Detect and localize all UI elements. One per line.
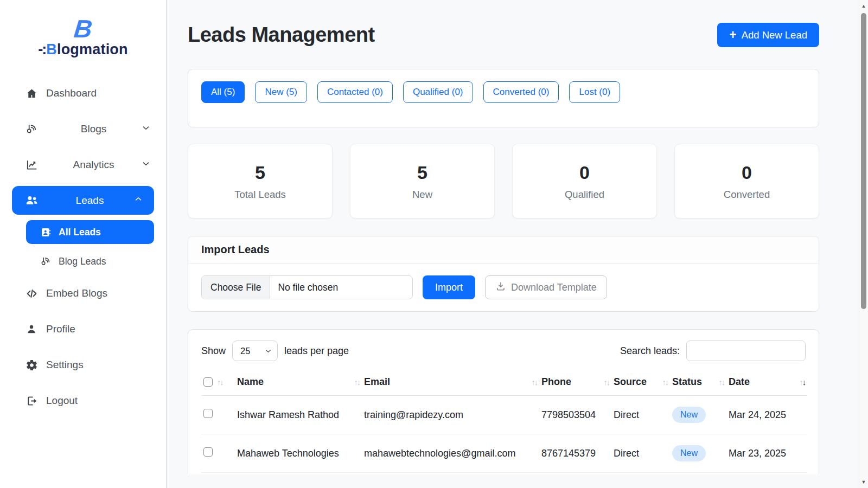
lead-source: Direct bbox=[611, 396, 670, 434]
table-header-row: ↑↓ Name↑↓ Email↑↓ Phone↑↓ Source↑↓ Statu… bbox=[201, 370, 807, 396]
sidebar-item-blog-leads[interactable]: Blog Leads bbox=[26, 249, 154, 273]
lead-date: Mar 23, 2025 bbox=[726, 434, 807, 473]
page-title: Leads Management bbox=[188, 23, 375, 47]
stat-value: 5 bbox=[417, 162, 427, 183]
filter-contacted[interactable]: Contacted (0) bbox=[317, 81, 393, 103]
sidebar-item-label: Dashboard bbox=[46, 87, 97, 99]
stat-value: 0 bbox=[579, 162, 590, 183]
sidebar: B -:Blogmation Dashboard Blogs Analytics bbox=[0, 0, 167, 488]
sort-icon[interactable]: ↑↓ bbox=[532, 378, 538, 387]
download-icon bbox=[495, 281, 506, 294]
lead-date: Mar 24, 2025 bbox=[726, 396, 807, 434]
sidebar-item-label: All Leads bbox=[59, 227, 101, 238]
column-header-source: Source bbox=[614, 376, 647, 388]
sidebar-item-label: Profile bbox=[46, 323, 75, 335]
scrollbar-up-arrow-icon[interactable]: ▲ bbox=[859, 3, 868, 9]
users-icon bbox=[24, 194, 39, 207]
stats-row: 5 Total Leads 5 New 0 Qualified 0 Conver… bbox=[188, 144, 819, 219]
sort-icon-active[interactable]: ↑↓ bbox=[800, 378, 806, 387]
sidebar-item-label: Logout bbox=[46, 395, 78, 407]
table-row-partial[interactable] bbox=[201, 473, 807, 475]
code-icon bbox=[24, 287, 39, 300]
sort-icon[interactable]: ↑↓ bbox=[662, 378, 668, 387]
blog-icon bbox=[40, 256, 52, 267]
chevron-down-icon bbox=[141, 159, 151, 171]
column-header-status: Status bbox=[672, 376, 702, 388]
scrollbar-down-arrow-icon[interactable]: ▼ bbox=[859, 479, 868, 485]
stat-label: Total Leads bbox=[234, 189, 286, 201]
scrollbar-thumb[interactable] bbox=[861, 13, 866, 309]
select-all-checkbox[interactable] bbox=[203, 377, 213, 387]
sort-icon[interactable]: ↑↓ bbox=[217, 378, 223, 387]
main-content: Leads Management + Add New Lead All (5) … bbox=[167, 0, 859, 488]
filter-lost[interactable]: Lost (0) bbox=[569, 81, 620, 103]
sidebar-item-label: Blog Leads bbox=[59, 256, 106, 267]
chart-line-icon bbox=[24, 159, 39, 171]
sidebar-nav: Dashboard Blogs Analytics Leads bbox=[0, 79, 166, 415]
table-row[interactable]: Mahaweb Technologies mahawebtechnologies… bbox=[201, 434, 807, 473]
table-row[interactable]: Ishwar Ramesh Rathod training@rapidezy.c… bbox=[201, 396, 807, 434]
sidebar-item-label: Analytics bbox=[46, 159, 141, 171]
add-new-lead-button[interactable]: + Add New Lead bbox=[717, 23, 819, 47]
sort-icon[interactable]: ↑↓ bbox=[719, 378, 725, 387]
gear-icon bbox=[24, 359, 39, 371]
sidebar-item-analytics[interactable]: Analytics bbox=[0, 150, 166, 179]
download-template-button[interactable]: Download Template bbox=[485, 275, 607, 299]
blogmation-b-icon: B bbox=[0, 16, 167, 41]
import-button[interactable]: Import bbox=[423, 275, 475, 299]
filter-all[interactable]: All (5) bbox=[201, 81, 245, 103]
stat-label: Converted bbox=[724, 189, 770, 201]
sort-icon[interactable]: ↑↓ bbox=[354, 378, 360, 387]
lead-source: Direct bbox=[611, 434, 670, 473]
stat-qualified: 0 Qualified bbox=[512, 144, 657, 219]
lead-email: mahawebtechnologies@gmail.com bbox=[362, 434, 539, 473]
plus-icon: + bbox=[729, 29, 736, 41]
lead-phone: 8767145379 bbox=[539, 434, 611, 473]
sidebar-item-logout[interactable]: Logout bbox=[0, 386, 166, 415]
page-size-select[interactable]: 25 bbox=[232, 341, 278, 361]
import-leads-title: Import Leads bbox=[188, 236, 819, 264]
stat-total-leads: 5 Total Leads bbox=[188, 144, 333, 219]
contact-card-icon bbox=[40, 227, 52, 238]
lead-name: Ishwar Ramesh Rathod bbox=[235, 396, 362, 434]
stat-label: New bbox=[412, 189, 432, 201]
sidebar-item-embed-blogs[interactable]: Embed Blogs bbox=[0, 279, 166, 308]
brand-wordmark: -:Blogmation bbox=[38, 41, 127, 57]
sidebar-item-all-leads[interactable]: All Leads bbox=[26, 220, 154, 244]
sidebar-item-dashboard[interactable]: Dashboard bbox=[0, 79, 166, 108]
sidebar-item-label: Blogs bbox=[46, 123, 141, 135]
sort-icon[interactable]: ↑↓ bbox=[604, 378, 610, 387]
filter-converted[interactable]: Converted (0) bbox=[483, 81, 559, 103]
filter-new[interactable]: New (5) bbox=[255, 81, 307, 103]
per-page-label: leads per page bbox=[284, 345, 349, 357]
filter-qualified[interactable]: Qualified (0) bbox=[403, 81, 473, 103]
status-badge: New bbox=[672, 407, 706, 423]
sidebar-item-profile[interactable]: Profile bbox=[0, 314, 166, 344]
chevron-down-icon bbox=[141, 123, 151, 136]
home-icon bbox=[24, 87, 39, 100]
file-input[interactable]: Choose File No file chosen bbox=[201, 275, 413, 299]
file-chosen-status: No file chosen bbox=[270, 276, 346, 299]
sidebar-item-label: Leads bbox=[46, 195, 133, 207]
column-header-name: Name bbox=[237, 376, 264, 388]
leads-table-card: Show 25 leads per page Search leads: bbox=[188, 329, 819, 474]
lead-email: training@rapidezy.com bbox=[362, 396, 539, 434]
row-checkbox[interactable] bbox=[203, 447, 213, 457]
row-checkbox[interactable] bbox=[203, 409, 213, 418]
sidebar-item-leads[interactable]: Leads bbox=[12, 186, 154, 215]
search-leads-label: Search leads: bbox=[620, 345, 680, 357]
leads-table: ↑↓ Name↑↓ Email↑↓ Phone↑↓ Source↑↓ Statu… bbox=[201, 370, 807, 474]
status-filter-bar: All (5) New (5) Contacted (0) Qualified … bbox=[188, 69, 819, 127]
brand-dashes-icon: -: bbox=[38, 41, 46, 57]
column-header-date: Date bbox=[729, 376, 750, 388]
sidebar-item-settings[interactable]: Settings bbox=[0, 350, 166, 380]
scrollbar[interactable]: ▲ ▼ bbox=[859, 0, 868, 488]
search-leads-input[interactable] bbox=[686, 341, 806, 361]
sidebar-item-blogs[interactable]: Blogs bbox=[0, 114, 166, 144]
stat-label: Qualified bbox=[565, 189, 604, 201]
choose-file-button[interactable]: Choose File bbox=[202, 276, 270, 299]
sidebar-item-label: Embed Blogs bbox=[46, 287, 107, 299]
user-icon bbox=[24, 323, 39, 335]
blog-icon bbox=[24, 123, 39, 135]
status-badge: New bbox=[672, 445, 706, 461]
